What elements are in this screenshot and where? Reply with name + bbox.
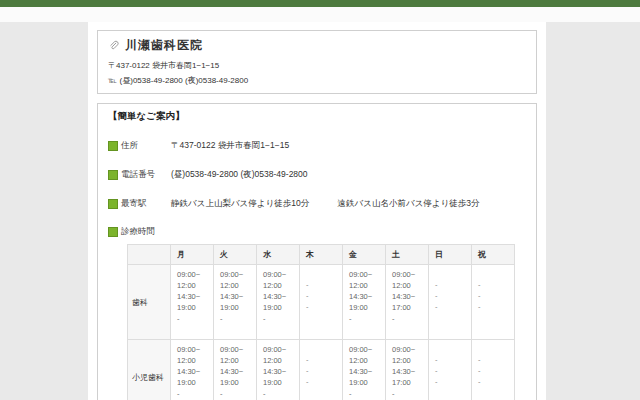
clinic-phone-line: ℡(昼)0538-49-2800 (夜)0538-49-2800 <box>108 75 526 86</box>
schedule-cell: 09:00~12:0014:30~19:00- <box>343 265 386 340</box>
schedule-day-header: 木 <box>300 245 343 265</box>
row-phone: 電話番号 (昼)0538-49-2800 (夜)0538-49-2800 <box>108 169 526 181</box>
site-top-bar <box>0 0 640 7</box>
schedule-cell: 09:00~12:0014:30~19:00- <box>171 340 214 400</box>
schedule-row-label: 小児歯科 <box>128 340 171 400</box>
row-station: 最寄駅 静鉄バス上山梨バス停より徒歩10分 遠鉄バス山名小前バス停より徒歩3分 <box>108 198 526 210</box>
schedule-cell: --- <box>472 340 515 400</box>
clinic-header: 川瀬歯科医院 〒437-0122 袋井市春岡1−1−15 ℡(昼)0538-49… <box>97 30 537 94</box>
schedule-cell: 09:00~12:0014:30~17:00- <box>386 340 429 400</box>
schedule-cell: --- <box>300 265 343 340</box>
schedule-table-wrap: 月火水木金土日祝歯科09:00~12:0014:30~19:00-09:00~1… <box>127 244 526 400</box>
row-phone-value: (昼)0538-49-2800 (夜)0538-49-2800 <box>171 169 308 181</box>
schedule-row: 歯科09:00~12:0014:30~19:00-09:00~12:0014:3… <box>128 265 515 340</box>
schedule-cell: 09:00~12:0014:30~19:00- <box>343 340 386 400</box>
schedule-cell: 09:00~12:0014:30~19:00- <box>214 265 257 340</box>
row-hours-label: 診療時間 <box>121 226 171 238</box>
schedule-day-header: 祝 <box>472 245 515 265</box>
schedule-cell: --- <box>429 340 472 400</box>
schedule-cell: --- <box>300 340 343 400</box>
page-header-strip <box>0 7 640 22</box>
clinic-page-card: 川瀬歯科医院 〒437-0122 袋井市春岡1−1−15 ℡(昼)0538-49… <box>88 22 546 400</box>
schedule-cell: 09:00~12:0014:30~19:00- <box>214 340 257 400</box>
schedule-row: 小児歯科09:00~12:0014:30~19:00-09:00~12:0014… <box>128 340 515 400</box>
row-station-label: 最寄駅 <box>121 198 171 210</box>
schedule-row-label: 歯科 <box>128 265 171 340</box>
green-square-bullet-icon <box>108 170 118 180</box>
tel-icon: ℡ <box>108 76 117 85</box>
schedule-day-header: 土 <box>386 245 429 265</box>
guide-section-title: 【簡単なご案内】 <box>108 110 526 123</box>
schedule-cell: --- <box>429 265 472 340</box>
schedule-cell: 09:00~12:0014:30~19:00- <box>257 340 300 400</box>
schedule-cell: --- <box>472 265 515 340</box>
row-address-value: 〒437-0122 袋井市春岡1−1−15 <box>171 140 289 152</box>
schedule-day-header: 火 <box>214 245 257 265</box>
row-phone-label: 電話番号 <box>121 169 171 181</box>
schedule-table: 月火水木金土日祝歯科09:00~12:0014:30~19:00-09:00~1… <box>127 244 515 400</box>
row-address: 住所 〒437-0122 袋井市春岡1−1−15 <box>108 140 526 152</box>
schedule-corner-cell <box>128 245 171 265</box>
row-hours: 診療時間 <box>108 226 526 238</box>
green-square-bullet-icon <box>108 227 118 237</box>
green-square-bullet-icon <box>108 199 118 209</box>
row-station-value: 静鉄バス上山梨バス停より徒歩10分 遠鉄バス山名小前バス停より徒歩3分 <box>171 198 479 210</box>
row-address-label: 住所 <box>121 140 171 152</box>
schedule-day-header: 金 <box>343 245 386 265</box>
schedule-day-header: 水 <box>257 245 300 265</box>
schedule-cell: 09:00~12:0014:30~17:00- <box>386 265 429 340</box>
clinic-name: 川瀬歯科医院 <box>125 37 203 54</box>
guide-section: 【簡単なご案内】 住所 〒437-0122 袋井市春岡1−1−15 電話番号 (… <box>97 103 537 400</box>
schedule-cell: 09:00~12:0014:30~19:00- <box>257 265 300 340</box>
clinic-phone: (昼)0538-49-2800 (夜)0538-49-2800 <box>120 76 249 85</box>
schedule-day-header: 日 <box>429 245 472 265</box>
green-square-bullet-icon <box>108 141 118 151</box>
anchor-link-icon[interactable] <box>108 40 119 51</box>
station-access-1: 静鉄バス上山梨バス停より徒歩10分 <box>171 198 309 208</box>
schedule-day-header: 月 <box>171 245 214 265</box>
station-access-2: 遠鉄バス山名小前バス停より徒歩3分 <box>338 198 480 208</box>
clinic-address: 〒437-0122 袋井市春岡1−1−15 <box>108 60 526 71</box>
schedule-cell: 09:00~12:0014:30~19:00- <box>171 265 214 340</box>
